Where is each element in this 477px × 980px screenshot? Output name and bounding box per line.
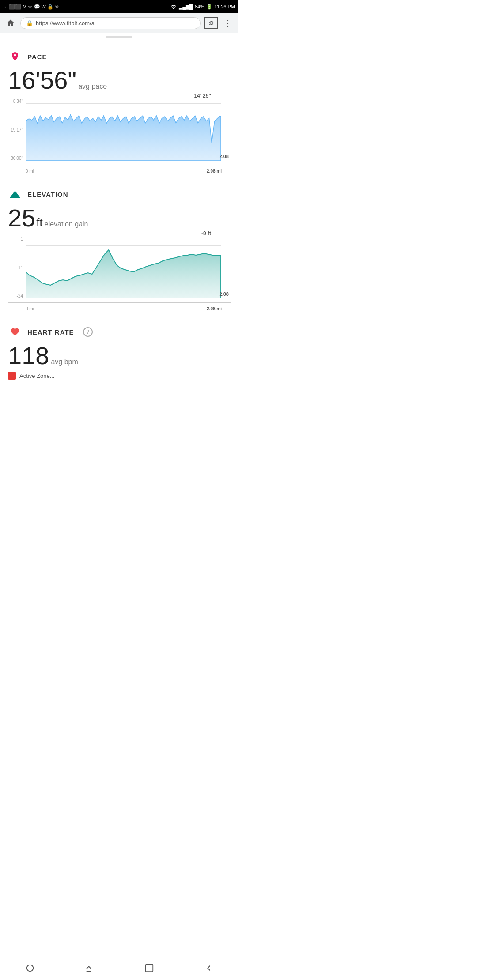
- elevation-value-row: 25 ft elevation gain: [8, 206, 231, 231]
- app-icons: ⬛⬛ M ☆ 💬 W 🔒 ✳: [9, 4, 59, 10]
- pace-y-label-2: 19'17": [8, 128, 25, 132]
- pace-chart-svg: [26, 99, 221, 161]
- elev-y-label-1: 1: [8, 237, 25, 241]
- heart-rate-header: HEART RATE ?: [8, 325, 231, 339]
- pace-chart: 14' 25" 2.08: [8, 99, 231, 165]
- svg-marker-0: [10, 191, 20, 198]
- url-text: https://www.fitbit.com/a: [36, 20, 95, 26]
- time: 11:26 PM: [214, 4, 235, 9]
- more-menu-button[interactable]: ⋮: [222, 18, 234, 28]
- pace-section: PACE 16'56" avg pace 14' 25": [0, 41, 238, 178]
- url-scheme: https://: [36, 20, 53, 26]
- pace-value: 16'56": [8, 68, 76, 93]
- heart-rate-unit: avg bpm: [51, 358, 78, 366]
- battery-icon: 🔋: [206, 4, 212, 10]
- elev-x-right: 2.08 mi: [207, 306, 222, 311]
- elev-grid-bot: [26, 289, 221, 289]
- battery-level: 84%: [195, 4, 204, 9]
- browser-bar: 🔒 https://www.fitbit.com/a :D ⋮: [0, 13, 238, 33]
- heart-rate-value-row: 118 avg bpm: [8, 343, 231, 369]
- grid-line-mid: [26, 128, 221, 128]
- pace-y-label-1: 8'34": [8, 99, 25, 104]
- elev-x-value: 2.08: [220, 291, 229, 297]
- heart-rate-partial: Active Zone...: [8, 372, 231, 380]
- hr-zone-color: [8, 372, 16, 380]
- elev-x-left: 0 mi: [26, 306, 34, 311]
- lock-icon: 🔒: [26, 20, 33, 26]
- pace-unit: avg pace: [78, 83, 107, 90]
- notification-dots: ···: [4, 4, 8, 9]
- hr-zone-label: Active Zone...: [19, 373, 54, 379]
- grid-line-top: [26, 103, 221, 104]
- scroll-handle: [106, 36, 132, 38]
- pace-title: PACE: [27, 53, 47, 60]
- pace-x-left: 0 mi: [26, 169, 34, 173]
- elevation-title: ELEVATION: [27, 191, 68, 198]
- heart-rate-title: HEART RATE: [27, 328, 74, 336]
- elev-grid-top: [26, 245, 221, 246]
- pace-y-labels: 8'34" 19'17" 30'00": [8, 99, 25, 161]
- pace-chart-top-label: 14' 25": [194, 93, 211, 99]
- elev-y-label-3: -24: [8, 294, 25, 298]
- status-icons: ··· ⬛⬛ M ☆ 💬 W 🔒 ✳: [4, 4, 59, 10]
- elevation-icon: [8, 187, 22, 201]
- pace-x-labels: 0 mi 2.08 mi: [26, 169, 222, 173]
- elevation-header: ELEVATION: [8, 187, 231, 201]
- url-bar[interactable]: 🔒 https://www.fitbit.com/a: [20, 17, 201, 29]
- signal-icon: ▂▄▆█: [179, 4, 193, 10]
- pace-y-label-3: 30'00": [8, 156, 25, 161]
- elevation-chart-top-label: -9 ft: [201, 230, 211, 237]
- pace-x-right: 2.08 mi: [207, 169, 222, 173]
- home-button[interactable]: [4, 17, 17, 29]
- pace-value-row: 16'56" avg pace: [8, 68, 231, 94]
- heart-icon: [8, 325, 22, 339]
- elev-y-label-2: -11: [8, 265, 25, 270]
- elevation-sub-label: elevation gain: [45, 220, 88, 228]
- elevation-ft-label: ft: [36, 216, 42, 230]
- status-bar: ··· ⬛⬛ M ☆ 💬 W 🔒 ✳ ▂▄▆█ 84% 🔋 11:26 PM: [0, 0, 238, 13]
- scroll-hint: [0, 33, 238, 41]
- elev-grid-mid: [26, 268, 221, 268]
- elev-y-labels: 1 -11 -24: [8, 237, 25, 298]
- pace-icon: [8, 49, 22, 64]
- tab-button[interactable]: :D: [204, 17, 218, 29]
- bottom-spacer: [0, 384, 238, 415]
- pace-header: PACE: [8, 49, 231, 64]
- elev-x-labels: 0 mi 2.08 mi: [26, 306, 222, 311]
- wifi-icon: [170, 4, 177, 10]
- info-button[interactable]: ?: [83, 327, 93, 337]
- grid-line-bot: [26, 151, 221, 151]
- heart-rate-value: 118: [8, 343, 49, 368]
- elevation-value: 25: [8, 206, 35, 230]
- main-content: PACE 16'56" avg pace 14' 25": [0, 41, 238, 415]
- elevation-chart: -9 ft 2.08 1: [8, 237, 231, 303]
- elevation-section: ELEVATION 25 ft elevation gain -9 ft: [0, 178, 238, 316]
- status-right: ▂▄▆█ 84% 🔋 11:26 PM: [170, 4, 235, 10]
- pace-chart-x-value: 2.08: [220, 154, 229, 159]
- heart-rate-section: HEART RATE ? 118 avg bpm Active Zone...: [0, 316, 238, 384]
